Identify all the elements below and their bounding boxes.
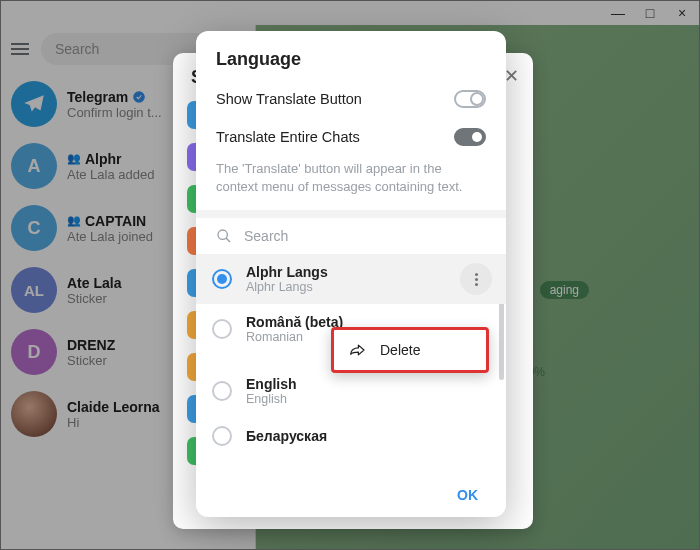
toggle-switch[interactable] [454, 128, 486, 146]
ok-button[interactable]: OK [449, 483, 486, 507]
toggle-translate-chats[interactable]: Translate Entire Chats [196, 118, 506, 156]
modal-title: Language [196, 31, 506, 80]
language-subtitle: Romanian [246, 330, 343, 344]
toggle-show-translate[interactable]: Show Translate Button [196, 80, 506, 118]
language-search[interactable]: Search [196, 218, 506, 254]
share-arrow-icon [348, 343, 366, 357]
language-name: Română (beta) [246, 314, 343, 330]
context-menu-label: Delete [380, 342, 420, 358]
language-item[interactable]: Alphr Langs Alphr Langs [196, 254, 506, 304]
vertical-dots-icon [475, 273, 478, 286]
language-subtitle: Alphr Langs [246, 280, 328, 294]
radio-icon[interactable] [212, 381, 232, 401]
svg-point-1 [218, 230, 227, 239]
language-subtitle: English [246, 392, 297, 406]
radio-icon[interactable] [212, 426, 232, 446]
radio-selected-icon[interactable] [212, 269, 232, 289]
app-window: — □ × Search Telegram Confirm login [0, 0, 700, 550]
language-name: Alphr Langs [246, 264, 328, 280]
language-list: Alphr Langs Alphr Langs Română (beta) Ro… [196, 254, 506, 517]
language-name: English [246, 376, 297, 392]
toggle-label: Show Translate Button [216, 91, 362, 107]
toggle-label: Translate Entire Chats [216, 129, 360, 145]
toggle-hint-text: The 'Translate' button will appear in th… [196, 156, 506, 210]
svg-line-2 [226, 238, 230, 242]
more-options-button[interactable] [460, 263, 492, 295]
language-name: Беларуская [246, 428, 327, 444]
language-modal: Language Show Translate Button Translate… [196, 31, 506, 517]
toggle-switch[interactable] [454, 90, 486, 108]
language-item[interactable]: English English [196, 366, 506, 416]
settings-close-button[interactable]: ✕ [504, 65, 519, 87]
context-menu-delete[interactable]: Delete [331, 327, 489, 373]
radio-icon[interactable] [212, 319, 232, 339]
language-item[interactable]: Беларуская [196, 416, 506, 456]
divider [196, 210, 506, 218]
search-icon [216, 228, 232, 244]
search-placeholder: Search [244, 228, 288, 244]
